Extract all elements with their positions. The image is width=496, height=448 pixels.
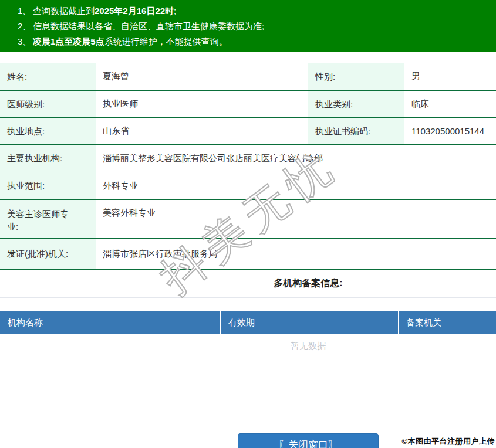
gender-label: 性别:	[308, 63, 404, 90]
copyright-note: ©本图由平台注册用户上传	[401, 436, 495, 447]
notice-line-1: 1、查询数据截止到2025年2月16日22时;	[18, 4, 496, 19]
category-label: 执业类别:	[308, 91, 404, 117]
main-org-label: 主要执业机构:	[0, 145, 96, 172]
table-row-issuer: 发证(批准)机关: 淄博市张店区行政审批服务局	[0, 239, 496, 270]
scope-label: 执业范围:	[0, 172, 96, 199]
column-header-record-authority: 备案机关	[398, 311, 496, 334]
column-header-validity: 有效期	[220, 311, 398, 334]
notice-line-3: 3、凌晨1点至凌晨5点系统进行维护，不能提供查询。	[18, 34, 496, 49]
multi-org-table-header: 机构名称 有效期 备案机关	[0, 311, 496, 334]
location-label: 执业地点:	[0, 118, 96, 144]
location-value: 山东省	[96, 118, 308, 144]
spacer	[0, 358, 496, 425]
level-label: 医师级别:	[0, 91, 96, 117]
name-value: 夏海曾	[96, 63, 308, 90]
table-row-main-org: 主要执业机构: 淄博丽美整形美容医院有限公司张店丽美医疗美容门诊部	[0, 145, 496, 172]
table-row-level-category: 医师级别: 执业医师 执业类别: 临床	[0, 91, 496, 118]
category-value: 临床	[404, 91, 496, 117]
notice-text: 信息数据结果以各省、自治区、直辖市卫生健康委数据为准;	[33, 21, 264, 31]
notice-line-2: 2、信息数据结果以各省、自治区、直辖市卫生健康委数据为准;	[18, 19, 496, 34]
gender-value: 男	[404, 63, 496, 90]
cert-number-value: 110320500015144	[404, 118, 496, 144]
cosmetic-specialty-label: 美容主诊医师专业:	[0, 200, 96, 238]
notice-text-bold: 凌晨1点至凌晨5点	[33, 36, 104, 46]
notice-text: 查询数据截止到	[33, 6, 95, 16]
issuer-value: 淄博市张店区行政审批服务局	[96, 239, 496, 269]
page: 1、查询数据截止到2025年2月16日22时; 2、信息数据结果以各省、自治区、…	[0, 0, 496, 448]
main-org-value: 淄博丽美整形美容医院有限公司张店丽美医疗美容门诊部	[96, 145, 496, 172]
table-row-cosmetic-specialty: 美容主诊医师专业: 美容外科专业	[0, 200, 496, 239]
notice-number: 3、	[18, 34, 33, 49]
notice-number: 2、	[18, 19, 33, 34]
cert-number-label: 执业证书编码:	[308, 118, 404, 144]
issuer-label: 发证(批准)机关:	[0, 239, 96, 269]
notice-text-bold: 2025年2月16日22时	[95, 6, 174, 16]
level-value: 执业医师	[96, 91, 308, 117]
content-container: 1、查询数据截止到2025年2月16日22时; 2、信息数据结果以各省、自治区、…	[0, 0, 496, 448]
notice-text: ;	[174, 6, 176, 16]
table-row-name-gender: 姓名: 夏海曾 性别: 男	[0, 63, 496, 91]
notice-banner: 1、查询数据截止到2025年2月16日22时; 2、信息数据结果以各省、自治区、…	[0, 0, 496, 52]
notice-text: 系统进行维护，不能提供查询。	[104, 36, 228, 46]
doctor-info-table: 姓名: 夏海曾 性别: 男 医师级别: 执业医师 执业类别: 临床 执业地点: …	[0, 63, 496, 298]
column-header-org-name: 机构名称	[0, 311, 220, 334]
table-row-location-cert: 执业地点: 山东省 执业证书编码: 110320500015144	[0, 118, 496, 145]
multi-org-section-title: 多机构备案信息:	[0, 270, 496, 298]
cosmetic-specialty-value: 美容外科专业	[96, 200, 496, 238]
notice-number: 1、	[18, 4, 33, 19]
scope-value: 外科专业	[96, 172, 496, 199]
empty-data-placeholder: 暂无数据	[0, 334, 496, 358]
table-row-scope: 执业范围: 外科专业	[0, 172, 496, 200]
name-label: 姓名:	[0, 63, 96, 90]
close-window-button[interactable]: 〖关闭窗口〗	[238, 433, 379, 448]
